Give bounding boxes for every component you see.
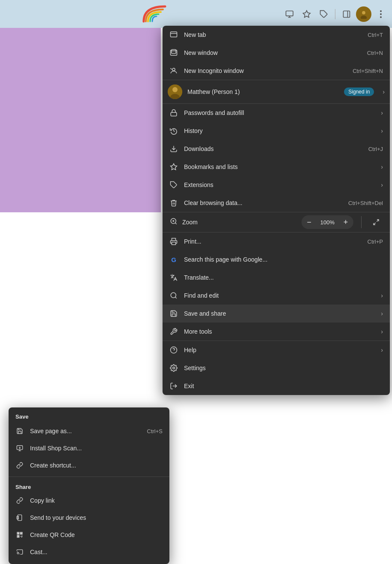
- profile-name: Matthew (Person 1): [187, 88, 339, 95]
- menu-item-extensions[interactable]: Extensions ›: [163, 176, 390, 194]
- help-icon: [169, 346, 178, 354]
- screencast-button[interactable]: [282, 6, 297, 22]
- menu-item-new-window[interactable]: New window Ctrl+N: [163, 44, 390, 62]
- menu-button[interactable]: [373, 6, 389, 22]
- zoom-in-button[interactable]: +: [338, 215, 353, 229]
- submenu-item-copy-link[interactable]: Copy link: [9, 492, 169, 509]
- install-icon: [15, 444, 24, 452]
- chrome-menu: New tab Ctrl+T New window Ctrl+N: [163, 26, 390, 395]
- svg-marker-1: [303, 10, 311, 17]
- menu-item-new-tab[interactable]: New tab Ctrl+T: [163, 26, 390, 44]
- new-incognito-label: New Incognito window: [184, 67, 347, 74]
- new-window-label: New window: [184, 49, 361, 56]
- toolbar: [282, 0, 392, 28]
- svg-point-6: [362, 11, 365, 14]
- more-tools-label: More tools: [184, 328, 371, 335]
- svg-point-36: [173, 367, 175, 369]
- new-tab-label: New tab: [184, 31, 362, 38]
- settings-label: Settings: [184, 365, 383, 371]
- submenu-item-cast[interactable]: Cast...: [9, 543, 169, 561]
- menu-item-clear-data[interactable]: Clear browsing data... Ctrl+Shift+Del: [163, 194, 390, 212]
- svg-point-10: [380, 16, 382, 18]
- clear-data-shortcut: Ctrl+Shift+Del: [348, 200, 383, 206]
- svg-point-19: [172, 87, 178, 92]
- save-page-shortcut: Ctrl+S: [147, 428, 163, 434]
- svg-line-17: [171, 68, 172, 69]
- zoom-out-button[interactable]: −: [302, 215, 317, 229]
- menu-item-downloads[interactable]: Downloads Ctrl+J: [163, 140, 390, 158]
- send-devices-label: Send to your devices: [30, 514, 163, 521]
- menu-item-history[interactable]: History ›: [163, 122, 390, 140]
- menu-item-bookmarks[interactable]: Bookmarks and lists ›: [163, 158, 390, 176]
- menu-item-passwords[interactable]: Passwords and autofill ›: [163, 104, 390, 122]
- menu-item-more-tools[interactable]: More tools ›: [163, 323, 390, 341]
- translate-label: Translate...: [184, 274, 383, 281]
- svg-rect-31: [172, 242, 176, 245]
- save-page-icon: [15, 427, 24, 435]
- history-arrow: ›: [381, 127, 383, 134]
- downloads-label: Downloads: [184, 145, 362, 152]
- print-shortcut: Ctrl+P: [368, 238, 383, 245]
- submenu-item-create-shortcut[interactable]: Create shortcut...: [9, 457, 169, 474]
- translate-icon: [169, 273, 178, 282]
- profile-arrow: ›: [383, 88, 385, 95]
- help-label: Help: [184, 347, 371, 353]
- incognito-icon: [169, 66, 178, 75]
- signed-in-badge: Signed in: [344, 87, 374, 96]
- menu-item-save-share[interactable]: Save and share ›: [163, 305, 390, 323]
- print-icon: [169, 237, 178, 246]
- settings-icon: [169, 364, 178, 372]
- downloads-shortcut: Ctrl+J: [368, 146, 383, 152]
- menu-item-print[interactable]: Print... Ctrl+P: [163, 232, 390, 250]
- menu-item-translate[interactable]: Translate...: [163, 268, 390, 287]
- more-tools-icon: [169, 327, 178, 336]
- exit-label: Exit: [184, 383, 383, 389]
- page-purple-area: [0, 28, 161, 212]
- svg-rect-14: [172, 50, 176, 54]
- bookmarks-arrow: ›: [381, 163, 383, 170]
- submenu-item-install-shop[interactable]: Install Shop Scan...: [9, 440, 169, 457]
- submenu-item-send-devices[interactable]: Send to your devices: [9, 509, 169, 526]
- save-share-icon: [169, 309, 178, 318]
- extensions-label: Extensions: [184, 181, 371, 188]
- new-window-icon: [169, 48, 178, 57]
- zoom-icon: [169, 217, 178, 227]
- save-share-label: Save and share: [184, 310, 371, 317]
- menu-item-search-google[interactable]: G Search this page with Google...: [163, 250, 390, 268]
- downloads-icon: [169, 145, 178, 153]
- profile-avatar-button[interactable]: [356, 6, 371, 22]
- svg-marker-23: [171, 164, 177, 170]
- menu-item-settings[interactable]: Settings: [163, 359, 390, 377]
- print-label: Print...: [184, 238, 362, 245]
- submenu-item-create-qr[interactable]: Create QR Code: [9, 526, 169, 543]
- svg-point-16: [172, 68, 175, 71]
- new-window-shortcut: Ctrl+N: [367, 50, 383, 56]
- menu-item-new-incognito[interactable]: New Incognito window Ctrl+Shift+N: [163, 62, 390, 80]
- menu-item-help[interactable]: Help ›: [163, 341, 390, 359]
- submenu-item-save-page-as[interactable]: Save page as... Ctrl+S: [9, 422, 169, 440]
- submenu-divider: [9, 477, 169, 477]
- profile-row[interactable]: Matthew (Person 1) Signed in ›: [163, 80, 390, 103]
- menu-item-find-edit[interactable]: Find and edit ›: [163, 287, 390, 305]
- svg-line-26: [175, 223, 176, 224]
- share-header: Share: [9, 480, 169, 492]
- zoom-value: 100%: [317, 219, 338, 226]
- svg-rect-49: [21, 533, 22, 534]
- zoom-separator: [361, 216, 362, 228]
- menu-section-profile: Matthew (Person 1) Signed in ›: [163, 80, 390, 104]
- svg-rect-3: [344, 11, 350, 17]
- find-icon: [169, 291, 178, 300]
- sidebar-button[interactable]: [339, 6, 354, 22]
- zoom-fullscreen-button[interactable]: [369, 215, 383, 229]
- help-arrow: ›: [381, 347, 383, 353]
- svg-rect-21: [171, 112, 177, 116]
- svg-rect-0: [286, 11, 293, 16]
- bookmark-button[interactable]: [299, 6, 314, 22]
- menu-item-exit[interactable]: Exit: [163, 377, 390, 395]
- send-devices-icon: [15, 513, 24, 522]
- clear-data-icon: [169, 199, 178, 207]
- extensions-button[interactable]: [316, 6, 332, 22]
- svg-line-29: [377, 220, 379, 222]
- copy-link-label: Copy link: [30, 497, 163, 504]
- menu-section-bottom: Help › Settings Exit: [163, 341, 390, 395]
